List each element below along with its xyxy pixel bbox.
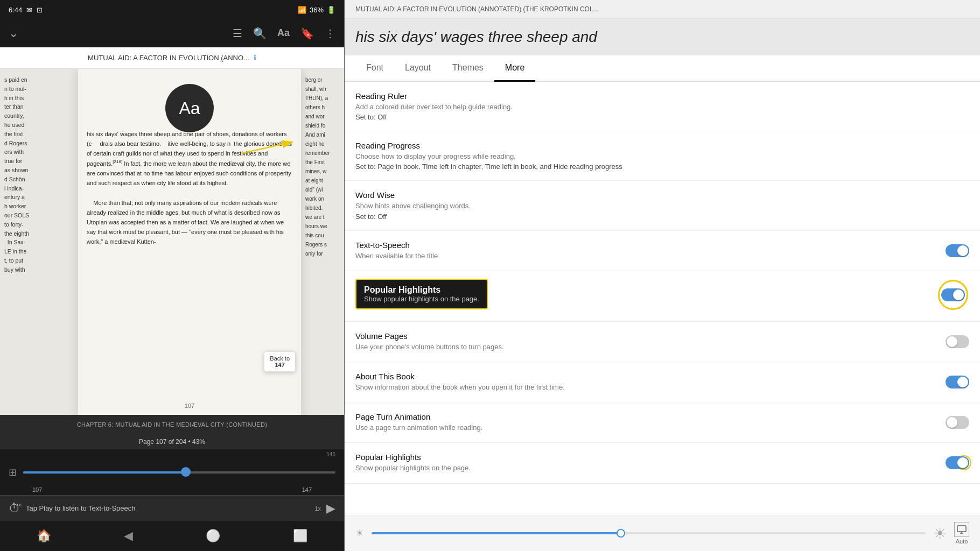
- brightness-max-icon: ☀: [933, 525, 947, 542]
- page-right-text: berg or shall, wh THUN), a others h and …: [305, 77, 330, 257]
- auto-brightness-button[interactable]: Auto: [954, 522, 969, 545]
- about-book-toggle-thumb: [957, 377, 968, 387]
- reading-progress-row: Reading Progress Choose how to display y…: [345, 131, 980, 181]
- preview-text: his six days' wages three sheep and: [355, 28, 597, 46]
- page-turn-title: Page Turn Animation: [355, 412, 946, 421]
- info-icon[interactable]: ℹ: [254, 54, 256, 62]
- popular-highlights-bottom-row: Popular Highlights Show popular highligh…: [345, 443, 980, 483]
- page-turn-toggle-thumb: [947, 417, 957, 428]
- font-size-circle[interactable]: Aa: [165, 84, 214, 132]
- volume-pages-toggle-thumb: [947, 336, 957, 347]
- chapter-title: CHAPTER 6: MUTUAL AID IN THE MEDIÆVAL CI…: [77, 421, 267, 428]
- tts-bar: ⏱ 6 Tap Play to listen to Text-to-Speech…: [0, 495, 344, 521]
- chapter-footer: CHAPTER 6: MUTUAL AID IN THE MEDIÆVAL CI…: [0, 415, 344, 434]
- popular-highlights-toggle[interactable]: [941, 288, 965, 301]
- tab-more[interactable]: More: [494, 55, 535, 82]
- aa-label: Aa: [179, 94, 200, 123]
- settings-content: Reading Ruler Add a colored ruler over t…: [345, 82, 980, 515]
- book-title-bar: MUTUAL AID: A FACTOR IN EVOLUTION (ANNO.…: [0, 47, 344, 69]
- popular-highlights-box: Popular Highlights Show popular highligh…: [355, 279, 488, 309]
- progress-max-label: 145: [9, 451, 335, 458]
- popular-highlights-bottom-toggle[interactable]: [946, 456, 969, 469]
- tts-setting-title: Text-to-Speech: [355, 241, 946, 250]
- font-icon[interactable]: Aa: [277, 27, 290, 39]
- page-text: his six days' wages three sheep and one …: [87, 129, 292, 246]
- page-right: berg or shall, wh THUN), a others h and …: [301, 69, 344, 415]
- bookmark-icon[interactable]: 🔖: [300, 27, 314, 40]
- display-icon: [956, 524, 967, 535]
- auto-label: Auto: [956, 538, 968, 545]
- battery-icon: 🔋: [327, 6, 335, 14]
- about-book-row: About This Book Show information about t…: [345, 362, 980, 402]
- reading-ruler-title: Reading Ruler: [355, 91, 969, 101]
- volume-pages-title: Volume Pages: [355, 331, 946, 341]
- brightness-track[interactable]: [372, 532, 926, 534]
- page-left: s paid en n to mul- h in this ter than c…: [0, 69, 78, 415]
- popular-highlights-toggle-thumb: [953, 289, 964, 300]
- status-bar: 6:44 ✉ ⊡ 📶 36% 🔋: [0, 0, 344, 19]
- page-left-text: s paid en n to mul- h in this ter than c…: [4, 76, 29, 273]
- progress-thumb[interactable]: [181, 467, 191, 477]
- reading-ruler-value: Set to: Off: [355, 113, 969, 121]
- volume-pages-toggle[interactable]: [946, 335, 969, 348]
- popular-highlights-box-desc: Show popular highlights on the page.: [364, 295, 479, 303]
- brightness-fill: [372, 532, 621, 534]
- tts-toggle[interactable]: [946, 244, 969, 257]
- square-icon[interactable]: ⬜: [293, 529, 307, 543]
- back-to-page-popup[interactable]: Back to 147: [264, 351, 296, 372]
- grid-icon[interactable]: ⊞: [9, 467, 17, 478]
- reading-progress-desc: Choose how to display your progress whil…: [355, 152, 969, 161]
- progress-fill: [23, 471, 186, 474]
- more-icon[interactable]: ⋮: [325, 27, 335, 40]
- page-turn-toggle[interactable]: [946, 416, 969, 429]
- brightness-min-icon: ☀: [355, 527, 364, 539]
- tts-text: Tap Play to listen to Text-to-Speech: [26, 504, 309, 512]
- settings-tabs: Font Layout Themes More: [345, 55, 980, 82]
- page-number: 107: [185, 401, 194, 411]
- volume-pages-desc: Use your phone's volume buttons to turn …: [355, 342, 946, 352]
- auto-brightness-icon: [954, 522, 969, 537]
- list-icon[interactable]: ☰: [233, 27, 242, 40]
- tab-themes[interactable]: Themes: [442, 55, 494, 82]
- popular-highlights-box-title: Popular Highlights: [364, 285, 479, 295]
- tab-layout[interactable]: Layout: [394, 55, 442, 82]
- tab-font[interactable]: Font: [355, 55, 394, 82]
- tts-toggle-thumb: [957, 245, 968, 256]
- about-book-toggle[interactable]: [946, 376, 969, 388]
- progress-bar-container: ⊞: [0, 458, 344, 486]
- reading-progress-value: Set to: Page in book, Time left in chapt…: [355, 163, 969, 171]
- search-icon[interactable]: 🔍: [253, 27, 267, 40]
- word-wise-row: Word Wise Show hints above challenging w…: [345, 181, 980, 230]
- back-chevron-icon[interactable]: ⌄: [9, 26, 18, 40]
- popular-highlights-bottom-title: Popular Highlights: [355, 453, 946, 462]
- toolbar: ⌄ ☰ 🔍 Aa 🔖 ⋮: [0, 19, 344, 47]
- word-wise-value: Set to: Off: [355, 213, 969, 221]
- wifi-icon: 📶: [298, 6, 306, 14]
- home-circle-icon[interactable]: ⚪: [206, 529, 220, 543]
- tts-timer-icon: ⏱ 6: [9, 501, 20, 515]
- back-label: Back to: [270, 355, 290, 362]
- time: 6:44: [9, 6, 22, 14]
- page-numbers-row: 107 147: [0, 486, 344, 495]
- settings-preview: his six days' wages three sheep and: [345, 19, 980, 55]
- settings-book-title: MUTUAL AID: A FACTOR IN EVOLUTION (ANNOT…: [355, 5, 599, 13]
- home-icon[interactable]: 🏠: [37, 529, 51, 543]
- svg-rect-1: [957, 526, 966, 532]
- about-book-title: About This Book: [355, 372, 946, 381]
- page-turn-desc: Use a page turn animation while reading.: [355, 423, 946, 433]
- nav-bar: 🏠 ◀ ⚪ ⬜: [0, 521, 344, 551]
- popular-highlights-bottom-desc: Show popular highlights on the page.: [355, 463, 946, 473]
- settings-panel: MUTUAL AID: A FACTOR IN EVOLUTION (ANNOT…: [345, 0, 980, 551]
- battery: 36%: [310, 6, 324, 14]
- about-book-desc: Show information about the book when you…: [355, 383, 946, 392]
- tts-play-icon[interactable]: ▶: [326, 501, 335, 515]
- back-nav-icon[interactable]: ◀: [124, 529, 133, 543]
- reading-progress-title: Reading Progress: [355, 141, 969, 150]
- tts-speed[interactable]: 1x: [314, 505, 321, 512]
- tts-setting-desc: When available for the title.: [355, 251, 946, 261]
- progress-track[interactable]: [23, 471, 335, 474]
- brightness-thumb[interactable]: [617, 529, 625, 538]
- brightness-bar: ☀ ☀ Auto: [345, 515, 980, 551]
- word-wise-title: Word Wise: [355, 190, 969, 200]
- book-title: MUTUAL AID: A FACTOR IN EVOLUTION (ANNO.…: [88, 54, 249, 62]
